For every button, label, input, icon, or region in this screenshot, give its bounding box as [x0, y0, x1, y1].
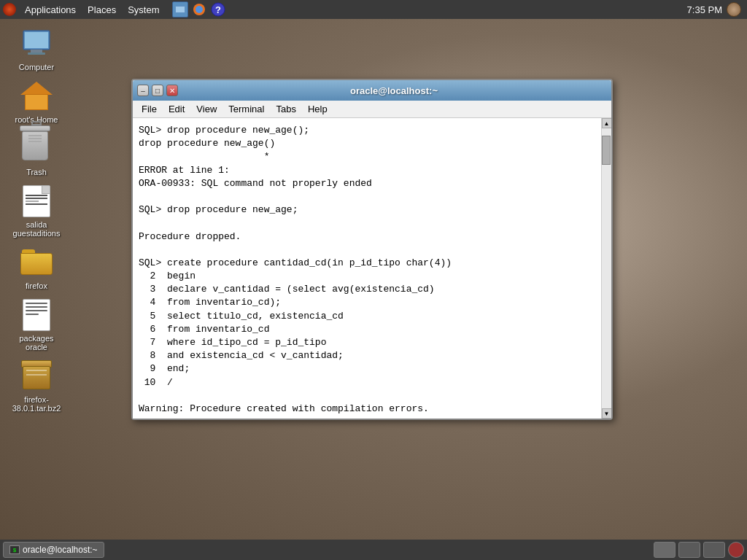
system-menu[interactable]: System [122, 0, 165, 19]
computer-desktop-icon[interactable]: Computer [7, 26, 66, 71]
minimize-button[interactable]: – [137, 85, 149, 96]
file-menu[interactable]: File [136, 101, 163, 117]
scrollbar-down-button[interactable]: ▼ [602, 408, 612, 419]
salida-label: salida guestaditions [7, 220, 66, 238]
help-menu[interactable]: Help [302, 101, 333, 117]
archive-stripe-2 [26, 374, 47, 376]
app-menu: Applications Places System [0, 0, 165, 19]
taskbar-terminal-icon: $ [9, 545, 20, 554]
view-menu[interactable]: View [190, 101, 222, 117]
scrollbar-track [602, 128, 611, 408]
firefox-tar-desktop-icon[interactable]: firefox-38.0.1.tar.bz2 [7, 359, 66, 413]
maximize-button[interactable]: □ [152, 85, 163, 96]
rpm-line-1 [26, 303, 47, 304]
firefox-label: firefox [26, 281, 47, 290]
taskbar-btn-4[interactable] [728, 542, 744, 558]
trash-shape [22, 131, 51, 166]
terminal-menu[interactable]: Terminal [222, 101, 270, 117]
svg-rect-7 [28, 52, 45, 55]
rpm-line-3 [26, 310, 47, 311]
archive-shape [20, 360, 53, 392]
firefox-desktop-icon[interactable]: firefox [7, 245, 66, 290]
home-icon-img [19, 79, 54, 114]
taskbar-terminal-label: oracle@localhost:~ [23, 545, 98, 555]
firefox-tar-label: firefox-38.0.1.tar.bz2 [7, 395, 66, 413]
scrollbar-thumb[interactable] [602, 136, 611, 165]
places-menu[interactable]: Places [82, 0, 122, 19]
terminal-menubar: File Edit View Terminal Tabs Help [133, 101, 611, 118]
desktop-icons: Computer root's Home [7, 26, 66, 413]
taskbar-btn-2[interactable] [678, 542, 700, 558]
terminal-scrollbar[interactable]: ▲ ▼ [601, 118, 611, 419]
tabs-menu[interactable]: Tabs [270, 101, 301, 117]
firefox-icon-img [19, 245, 54, 280]
salida-desktop-icon[interactable]: salida guestaditions [7, 184, 66, 238]
computer-svg [20, 28, 53, 60]
computer-label: Computer [19, 63, 54, 71]
nav-firefox-icon[interactable] [191, 1, 207, 18]
trash-icon-img [19, 131, 54, 166]
trash-lid [20, 125, 50, 131]
terminal-content[interactable]: SQL> drop procedure new_age(); drop proc… [133, 118, 601, 419]
taskbar-right-area: 7:35 PM [687, 2, 747, 17]
tar-icon-img [19, 359, 54, 394]
close-button[interactable]: ✕ [166, 85, 178, 96]
folder-shape [20, 249, 53, 276]
terminal-body: SQL> drop procedure new_age(); drop proc… [133, 118, 611, 419]
gnome-logo [3, 3, 16, 16]
packages-oracle-label: packages oracle [7, 334, 66, 351]
terminal-window: – □ ✕ oracle@localhost:~ File Edit View … [131, 79, 613, 420]
home-shape [20, 82, 53, 111]
home-body [25, 94, 48, 110]
nav-help-icon[interactable]: ? [210, 1, 226, 18]
packages-oracle-desktop-icon[interactable]: packages oracle [7, 298, 66, 351]
applications-menu[interactable]: Applications [19, 0, 82, 19]
trash-body [22, 131, 48, 160]
taskbar-btn-1[interactable] [654, 542, 676, 558]
terminal-titlebar: – □ ✕ oracle@localhost:~ [133, 80, 611, 101]
svg-text:?: ? [216, 4, 222, 15]
svg-point-1 [196, 6, 203, 13]
taskbar-terminal-app[interactable]: $ oracle@localhost:~ [3, 542, 104, 558]
edit-menu[interactable]: Edit [163, 101, 190, 117]
rpm-line-2 [26, 306, 47, 308]
rpm-line-4 [26, 314, 39, 315]
trash-desktop-icon[interactable]: Trash [7, 131, 66, 176]
svg-rect-5 [25, 32, 48, 48]
file-shape [23, 185, 50, 217]
desktop: Applications Places System ? [0, 0, 747, 560]
archive-box [23, 366, 50, 389]
nav-computer-icon[interactable] [172, 1, 188, 18]
taskbar-bottom: $ oracle@localhost:~ [0, 540, 747, 560]
taskbar-right-buttons [654, 542, 744, 558]
trash-label: Trash [26, 168, 47, 176]
scrollbar-up-button[interactable]: ▲ [602, 118, 612, 128]
archive-stripe [26, 370, 47, 371]
terminal-title: oracle@localhost:~ [181, 85, 607, 96]
computer-icon-img [19, 26, 54, 61]
roots-home-desktop-icon[interactable]: root's Home [7, 79, 66, 124]
clock: 7:35 PM [687, 4, 722, 15]
taskbar-terminal-prompt: $ [13, 547, 16, 553]
folder-body [20, 253, 53, 275]
salida-icon-img [19, 184, 54, 219]
taskbar-top: Applications Places System ? [0, 0, 747, 19]
file-content [23, 186, 50, 208]
taskbar-btn-3[interactable] [703, 542, 725, 558]
packages-icon-img [19, 298, 54, 332]
home-roof [20, 82, 53, 95]
rpm-shape [23, 299, 50, 331]
terminal-text: SQL> drop procedure new_age(); drop proc… [139, 124, 595, 416]
user-icon [727, 2, 741, 17]
svg-rect-6 [31, 50, 42, 52]
